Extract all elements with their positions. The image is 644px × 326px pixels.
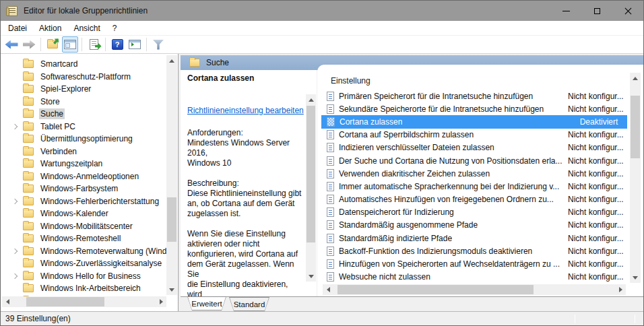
scrollbar-thumb[interactable] xyxy=(307,106,315,242)
scroll-down-button[interactable] xyxy=(630,272,641,283)
list-vertical-scrollbar[interactable] xyxy=(630,73,641,283)
forward-button[interactable] xyxy=(21,36,37,53)
setting-row[interactable]: Automatisches Hinzufügen von freigegeben… xyxy=(321,193,627,206)
policy-title: Cortana zulassen xyxy=(187,73,304,83)
panel-divider[interactable] xyxy=(178,54,179,311)
policy-document-icon xyxy=(327,143,334,152)
tree-item[interactable]: Softwareschutz-Plattform xyxy=(1,71,166,84)
standard-view-button[interactable] xyxy=(127,36,143,53)
setting-row[interactable]: Backoff-Funktion des Indizierungsmoduls … xyxy=(321,244,627,257)
setting-row[interactable]: Cortana auf Sperrbildschirm zulassenNich… xyxy=(321,129,627,141)
tree-item[interactable]: Übermittlungsoptimierung xyxy=(1,133,166,145)
scroll-left-button[interactable] xyxy=(323,284,333,295)
setting-row[interactable]: Indizieren verschlüsselter Dateien zulas… xyxy=(321,141,627,154)
tree-item[interactable]: Smartcard xyxy=(1,58,166,71)
tree-item[interactable]: Spiel-Explorer xyxy=(1,83,166,96)
export-list-button[interactable] xyxy=(86,36,102,53)
toolbar-separator xyxy=(82,38,82,51)
setting-row[interactable]: Standardmäßig ausgenommene PfadeNicht ko… xyxy=(321,219,627,232)
tree-item-label: Windows-Mobilitätscenter xyxy=(39,221,134,232)
tree-item[interactable]: Windows-Anmeldeoptionen xyxy=(1,170,166,183)
folder-icon xyxy=(23,98,34,106)
up-folder-icon xyxy=(47,40,58,48)
setting-row[interactable]: Primären Speicherort für die Intranetsuc… xyxy=(321,90,627,102)
tree-item[interactable]: Windows-Remoteverwaltung (Windo xyxy=(1,245,166,258)
tree-item[interactable]: Windows Hello for Business xyxy=(1,270,166,283)
setting-row[interactable]: Verwenden diakritischer Zeichen zulassen… xyxy=(321,167,627,180)
scroll-left-button[interactable] xyxy=(2,296,13,307)
tree-item[interactable]: Store xyxy=(1,96,166,108)
setting-name: Der Suche und Cortana die Nutzung von Po… xyxy=(339,156,562,166)
scroll-right-button[interactable] xyxy=(615,284,626,295)
folder-icon xyxy=(23,284,34,292)
setting-row[interactable]: Standardmäßig indizierte PfadeNicht konf… xyxy=(321,232,627,244)
folder-icon xyxy=(23,60,34,68)
tree-item[interactable]: Windows-Zuverlässigkeitsanalyse xyxy=(1,257,166,270)
chevron-right-icon[interactable] xyxy=(12,249,18,254)
back-button[interactable] xyxy=(3,36,20,53)
scroll-down-button[interactable] xyxy=(166,284,177,295)
column-header-einstellung[interactable]: Einstellung xyxy=(331,76,371,86)
policy-document-icon xyxy=(327,156,334,166)
menu-item-ansicht[interactable]: Ansicht xyxy=(67,22,106,35)
tree-item[interactable]: Suche xyxy=(1,108,166,121)
setting-row[interactable]: Immer automatische Spracherkennung bei d… xyxy=(321,180,627,193)
tab-erweitert[interactable]: Erweitert xyxy=(187,296,226,311)
setting-row[interactable]: Sekundäre Speicherorte für die Intranets… xyxy=(321,102,627,115)
tree-item[interactable]: Windows-Kalender xyxy=(1,207,166,220)
title-bar[interactable]: Editor für lokale Gruppenrichtlinien xyxy=(1,1,643,21)
console-tree-panel: SmartcardSoftwareschutz-PlattformSpiel-E… xyxy=(1,54,178,311)
description-paragraph: Wenn Sie diese Einstellung aktivieren od… xyxy=(187,229,304,296)
tree-item[interactable]: Windows-Mobilitätscenter xyxy=(1,220,166,233)
scroll-up-button[interactable] xyxy=(306,94,316,105)
maximize-button[interactable] xyxy=(581,1,612,21)
scroll-down-button[interactable] xyxy=(306,271,316,282)
tree-item[interactable]: Windows Ink-Arbeitsbereich xyxy=(1,282,166,295)
scroll-right-button[interactable] xyxy=(156,296,166,307)
export-list-icon xyxy=(90,39,98,50)
tree-item[interactable]: Tablet PC xyxy=(1,121,166,133)
tree-horizontal-scrollbar[interactable] xyxy=(2,296,166,307)
menu-item-help[interactable]: ? xyxy=(106,22,123,35)
folder-icon xyxy=(23,185,34,193)
view-tabstrip: ErweitertStandard xyxy=(181,296,643,311)
filter-button[interactable] xyxy=(150,36,166,53)
scrollbar-thumb[interactable] xyxy=(631,96,640,158)
chevron-right-icon[interactable] xyxy=(12,124,18,129)
tree-item[interactable]: Windows-Remoteshell xyxy=(1,232,166,245)
policy-document-icon xyxy=(327,247,334,256)
list-horizontal-scrollbar[interactable] xyxy=(323,284,626,295)
setting-row[interactable]: Datenspeicherort für IndizierungNicht ko… xyxy=(321,206,627,219)
menu-item-aktion[interactable]: Aktion xyxy=(33,22,67,35)
close-button[interactable] xyxy=(612,1,643,21)
menu-item-datei[interactable]: Datei xyxy=(2,22,33,35)
help-button[interactable]: ? xyxy=(109,36,125,53)
setting-row[interactable]: Websuche nicht zulassenNicht konfigur... xyxy=(321,271,627,284)
scroll-up-button[interactable] xyxy=(166,55,177,66)
edit-policy-link[interactable]: Richtlinieneinstellung bearbeiten xyxy=(187,106,304,115)
tree-vertical-scrollbar[interactable] xyxy=(166,55,177,295)
tree-item[interactable]: Verbinden xyxy=(1,145,166,158)
up-one-level-button[interactable] xyxy=(44,36,61,53)
setting-row[interactable]: Cortana zulassenDeaktiviert xyxy=(321,115,627,128)
tree-item[interactable]: Windows-Farbsystem xyxy=(1,183,166,195)
folder-icon xyxy=(23,73,34,81)
detail-vertical-scrollbar[interactable] xyxy=(306,94,316,282)
tree-item-label: Smartcard xyxy=(39,59,79,69)
setting-row[interactable]: Hinzufügen von Speicherorten auf Wechsel… xyxy=(321,257,627,270)
scroll-up-button[interactable] xyxy=(630,73,641,84)
policy-document-icon xyxy=(327,92,334,101)
show-console-tree-button[interactable] xyxy=(62,36,78,53)
chevron-right-icon[interactable] xyxy=(12,273,18,279)
list-header: Einstellung Status xyxy=(323,74,639,89)
chevron-right-icon[interactable] xyxy=(12,199,18,204)
tree-item[interactable]: Windows-Fehlerberichterstattung xyxy=(1,195,166,208)
scrollbar-thumb[interactable] xyxy=(337,285,534,294)
tree-item[interactable]: Wartungszeitplan xyxy=(1,158,166,170)
toolbar-separator xyxy=(40,38,41,51)
scrollbar-thumb[interactable] xyxy=(167,197,176,242)
tab-standard[interactable]: Standard xyxy=(229,297,269,311)
scrollbar-thumb[interactable] xyxy=(26,297,104,306)
minimize-button[interactable] xyxy=(550,1,581,21)
setting-row[interactable]: Der Suche und Cortana die Nutzung von Po… xyxy=(321,154,627,167)
